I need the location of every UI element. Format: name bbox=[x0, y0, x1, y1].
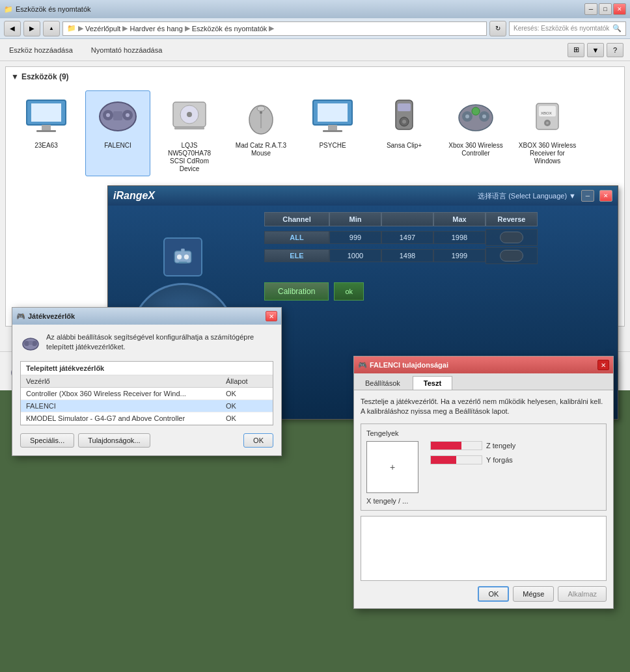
calibration-button[interactable]: Calibration bbox=[264, 282, 329, 301]
up-button[interactable]: ▲ bbox=[43, 21, 60, 36]
falenci-title-text: FALENCI tulajdonságai bbox=[370, 361, 448, 369]
falenci-title: 🎮 FALENCI tulajdonságai bbox=[358, 361, 448, 370]
falenci-apply-button[interactable]: Alkalmaz bbox=[558, 586, 607, 602]
svg-rect-20 bbox=[328, 125, 337, 130]
search-icon: 🔍 bbox=[612, 24, 622, 33]
svg-rect-13 bbox=[174, 127, 204, 129]
breadcrumb-sep1: ▶ bbox=[78, 24, 83, 33]
irangex-close[interactable]: ✕ bbox=[599, 190, 612, 202]
breadcrumb-root: 📁 bbox=[67, 24, 76, 33]
device-item-monitor[interactable]: 23EA63 bbox=[14, 90, 79, 176]
gamepad-desc-icon bbox=[20, 332, 41, 353]
dialog-gamepad: 🎮 Játékvezérlők ✕ Az alábbi beállítások … bbox=[12, 307, 282, 456]
device-item-psyche[interactable]: PSYCHE bbox=[300, 90, 365, 176]
ch-label-ele: ELE bbox=[264, 249, 329, 262]
svg-rect-23 bbox=[398, 103, 411, 111]
tab-test[interactable]: Teszt bbox=[413, 376, 452, 390]
device-item-madcatz[interactable]: Mad Catz R.A.T.3 Mouse bbox=[228, 90, 294, 176]
title-bar-left: 📁 Eszközök és nyomtatók bbox=[4, 5, 91, 14]
falenci-cancel-button[interactable]: Mégse bbox=[513, 586, 554, 602]
gamepad-left-buttons: Speciális... Tulajdonságok... bbox=[20, 433, 150, 448]
ch-head-min: Min bbox=[329, 212, 381, 226]
panel-title: ▼ Eszközök (9) bbox=[11, 72, 619, 81]
device-label-psyche: PSYCHE bbox=[319, 142, 346, 150]
irangex-titlebar: iRangeX 选择语言 (Select Language) ▼ ─ ✕ bbox=[108, 186, 618, 206]
svg-point-12 bbox=[187, 112, 192, 117]
device-item-xbox-receiver[interactable]: XBOX XBOX 360 Wireless Receiver for Wind… bbox=[515, 90, 580, 176]
minimize-button[interactable]: ─ bbox=[584, 3, 597, 15]
controller-row-2[interactable]: FALENCI OK bbox=[21, 400, 273, 412]
col-status: Állapot bbox=[221, 375, 273, 388]
device-icon-psyche bbox=[310, 94, 355, 139]
device-label-monitor: 23EA63 bbox=[34, 142, 58, 150]
address-bar: ◀ ▶ ▲ 📁 ▶ Vezérlőpult ▶ Hardver és hang … bbox=[0, 18, 630, 39]
svg-point-25 bbox=[402, 120, 406, 124]
channel-header: Channel Min Max Reverse bbox=[264, 212, 611, 226]
gamepad-ok-button[interactable]: OK bbox=[243, 433, 273, 448]
controller-name-2: FALENCI bbox=[21, 400, 221, 412]
svg-rect-2 bbox=[42, 125, 51, 130]
svg-point-29 bbox=[472, 107, 480, 115]
properties-button[interactable]: Tulajdonságok... bbox=[78, 433, 150, 448]
axes-bottom: X tengely / ... bbox=[366, 497, 601, 505]
device-item-falenci[interactable]: FALENCI bbox=[85, 90, 150, 176]
irangex-minimize[interactable]: ─ bbox=[581, 190, 594, 202]
device-label-madcatz: Mad Catz R.A.T.3 Mouse bbox=[232, 142, 290, 157]
maximize-button[interactable]: □ bbox=[599, 3, 612, 15]
falenci-close-button[interactable]: ✕ bbox=[597, 360, 609, 370]
svg-point-17 bbox=[260, 111, 262, 114]
toggle-all[interactable] bbox=[500, 232, 523, 243]
gamepad-dialog-titlebar: 🎮 Játékvezérlők ✕ bbox=[12, 308, 281, 325]
installed-controllers-group: Telepített játékvezérlők Vezérlő Állapot… bbox=[20, 361, 273, 425]
add-printer-button[interactable]: Nyomtató hozzáadása bbox=[89, 45, 165, 55]
device-item-xbox360[interactable]: Xbox 360 Wireless Controller bbox=[443, 90, 508, 176]
group-title: Telepített játékvezérlők bbox=[21, 362, 273, 375]
falenci-ok-button[interactable]: OK bbox=[478, 586, 509, 602]
view-dropdown-button[interactable]: ▼ bbox=[587, 43, 604, 57]
gamepad-dialog-title-text: Játékvezérlők bbox=[28, 312, 75, 320]
controller-status-1: OK bbox=[221, 388, 273, 400]
device-item-lqjs[interactable]: LQJS NW5Q70HA78 SCSI CdRom Device bbox=[157, 90, 222, 176]
back-button[interactable]: ◀ bbox=[4, 21, 21, 36]
controller-row-3[interactable]: KMODEL Simulator - G4-G7 and Above Contr… bbox=[21, 412, 273, 425]
breadcrumb-item3[interactable]: Eszközök és nyomtatók bbox=[192, 25, 267, 33]
special-button[interactable]: Speciális... bbox=[20, 433, 74, 448]
gamepad-dialog-close[interactable]: ✕ bbox=[266, 311, 277, 321]
close-button[interactable]: ✕ bbox=[613, 3, 626, 15]
search-box[interactable]: Keresés: Eszközök és nyomtatók 🔍 bbox=[509, 21, 626, 36]
svg-text:XBOX: XBOX bbox=[541, 111, 552, 115]
axes-body: + Z tengely Y forgás bbox=[366, 441, 601, 493]
axis-label-y: Y forgás bbox=[486, 456, 513, 464]
gamepad-desc: Az alábbi beállítások segítségével konfi… bbox=[20, 332, 273, 353]
ch-reverse-ele[interactable] bbox=[486, 247, 538, 264]
buttons-area bbox=[361, 516, 607, 581]
ok-button-irangex[interactable]: ok bbox=[334, 282, 364, 301]
toggle-ele[interactable] bbox=[500, 250, 523, 262]
panel-arrow: ▼ bbox=[11, 72, 19, 81]
view-button[interactable]: ⊞ bbox=[568, 43, 584, 57]
refresh-button[interactable]: ↻ bbox=[489, 21, 506, 36]
toolbar: Eszköz hozzáadása Nyomtató hozzáadása ⊞ … bbox=[0, 39, 630, 61]
add-device-button[interactable]: Eszköz hozzáadása bbox=[7, 45, 75, 55]
forward-button[interactable]: ▶ bbox=[23, 21, 40, 36]
axes-cross-icon: + bbox=[390, 462, 395, 472]
tab-settings[interactable]: Beállítások bbox=[354, 376, 411, 390]
help-button[interactable]: ? bbox=[607, 43, 623, 57]
breadcrumb-item1[interactable]: Vezérlőpult bbox=[85, 25, 120, 33]
svg-point-30 bbox=[465, 114, 469, 118]
ch-min-ele: 1000 bbox=[329, 249, 381, 262]
ch-reverse-all[interactable] bbox=[486, 229, 538, 246]
breadcrumb-item2[interactable]: Hardver és hang bbox=[130, 25, 182, 33]
axis-fill-z bbox=[431, 442, 461, 450]
device-icon-lqjs bbox=[167, 94, 212, 139]
controller-row-1[interactable]: Controller (Xbox 360 Wireless Receiver f… bbox=[21, 388, 273, 400]
language-selector[interactable]: 选择语言 (Select Language) ▼ bbox=[478, 191, 576, 201]
ch-label-all: ALL bbox=[264, 231, 329, 244]
falenci-desc: Tesztelje a játékvezérlőt. Ha a vezérlő … bbox=[361, 397, 607, 417]
breadcrumb[interactable]: 📁 ▶ Vezérlőpult ▶ Hardver és hang ▶ Eszk… bbox=[62, 21, 487, 36]
device-item-sansa[interactable]: Sansa Clip+ bbox=[372, 90, 437, 176]
axis-fill-y bbox=[431, 456, 456, 464]
ch-mid-ele: 1498 bbox=[381, 249, 433, 262]
svg-rect-51 bbox=[29, 341, 33, 345]
gamepad-desc-text: Az alábbi beállítások segítségével konfi… bbox=[46, 332, 273, 353]
